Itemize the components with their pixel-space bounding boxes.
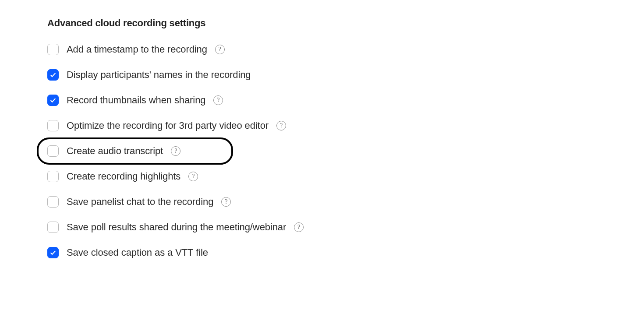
help-icon[interactable]: ? [294, 222, 304, 232]
help-icon[interactable]: ? [213, 95, 223, 105]
check-icon [50, 97, 57, 104]
option-thumbnails: Record thumbnails when sharing ? [47, 95, 644, 106]
help-icon[interactable]: ? [215, 45, 225, 54]
check-icon [50, 71, 57, 78]
checkbox-recording-highlights[interactable] [47, 171, 59, 182]
option-participants-names: Display participants' names in the recor… [47, 69, 644, 81]
checkbox-add-timestamp[interactable] [47, 44, 59, 55]
checkbox-optimize-3rd-party[interactable] [47, 120, 59, 131]
help-icon[interactable]: ? [188, 172, 198, 181]
option-panelist-chat: Save panelist chat to the recording ? [47, 196, 644, 208]
option-add-timestamp: Add a timestamp to the recording ? [47, 44, 644, 55]
options-list: Add a timestamp to the recording ? Displ… [47, 44, 644, 258]
checkbox-thumbnails[interactable] [47, 95, 59, 106]
label-recording-highlights[interactable]: Create recording highlights [67, 171, 180, 182]
checkbox-audio-transcript[interactable] [47, 145, 59, 157]
checkbox-closed-caption-vtt[interactable] [47, 247, 59, 258]
label-panelist-chat[interactable]: Save panelist chat to the recording [67, 196, 213, 208]
check-icon [50, 249, 57, 256]
option-closed-caption-vtt: Save closed caption as a VTT file [47, 247, 644, 258]
label-closed-caption-vtt[interactable]: Save closed caption as a VTT file [67, 247, 208, 258]
help-icon[interactable]: ? [221, 197, 231, 207]
checkbox-panelist-chat[interactable] [47, 196, 59, 208]
help-icon[interactable]: ? [171, 146, 180, 156]
help-icon[interactable]: ? [276, 121, 286, 130]
option-audio-transcript: Create audio transcript ? [47, 145, 644, 157]
label-audio-transcript[interactable]: Create audio transcript [67, 145, 163, 157]
label-optimize-3rd-party[interactable]: Optimize the recording for 3rd party vid… [67, 120, 269, 131]
label-poll-results[interactable]: Save poll results shared during the meet… [67, 222, 286, 233]
checkbox-poll-results[interactable] [47, 222, 59, 233]
label-participants-names[interactable]: Display participants' names in the recor… [67, 69, 251, 81]
option-optimize-3rd-party: Optimize the recording for 3rd party vid… [47, 120, 644, 131]
checkbox-participants-names[interactable] [47, 69, 59, 81]
option-poll-results: Save poll results shared during the meet… [47, 222, 644, 233]
label-thumbnails[interactable]: Record thumbnails when sharing [67, 95, 205, 106]
section-title: Advanced cloud recording settings [47, 18, 644, 29]
option-recording-highlights: Create recording highlights ? [47, 171, 644, 182]
label-add-timestamp[interactable]: Add a timestamp to the recording [67, 44, 207, 55]
